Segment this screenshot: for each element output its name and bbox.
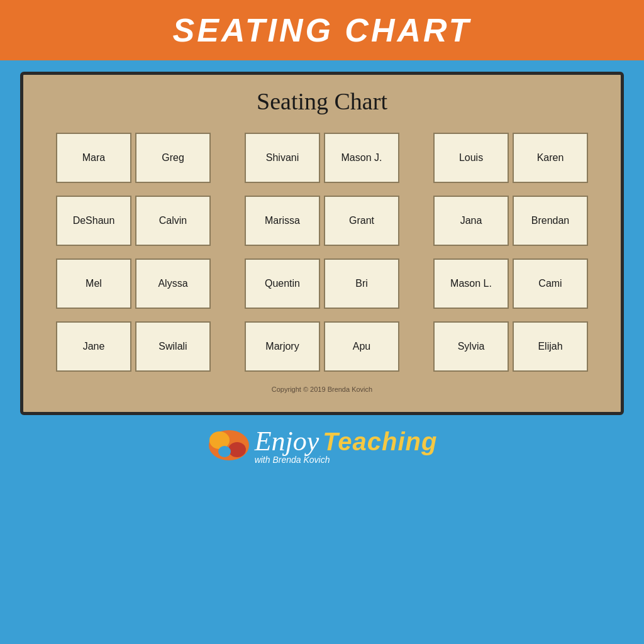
desk-r3-c1-left: Marjory xyxy=(245,321,320,372)
desk-r0-c1-left: Shivani xyxy=(245,133,320,183)
header-banner: SEATING CHART xyxy=(0,0,644,60)
logo-sub-text: with Brenda Kovich xyxy=(255,455,330,465)
main-area: Seating Chart MaraGregShivaniMason J.Lou… xyxy=(20,72,624,415)
desk-r3-c2-left: Sylvia xyxy=(433,321,509,372)
svg-point-3 xyxy=(218,446,231,457)
desk-group-r2-c1: QuentinBri xyxy=(237,258,407,309)
desk-group-r1-c0: DeShaunCalvin xyxy=(48,196,218,246)
desk-r0-c0-left: Mara xyxy=(56,133,131,183)
desk-r3-c0-right: Swilali xyxy=(135,321,211,372)
desk-r2-c2-right: Cami xyxy=(513,258,588,309)
header-title: SEATING CHART xyxy=(0,11,644,49)
desk-group-r3-c2: SylviaElijah xyxy=(426,321,596,372)
desk-group-r2-c2: Mason L.Cami xyxy=(426,258,596,309)
desk-group-r0-c0: MaraGreg xyxy=(48,133,218,183)
desk-group-r3-c1: MarjoryApu xyxy=(237,321,407,372)
logo-enjoy-text: Enjoy xyxy=(255,425,319,457)
logo-blob-icon xyxy=(207,428,251,462)
desk-r1-c1-right: Grant xyxy=(324,196,399,246)
desk-r3-c1-right: Apu xyxy=(324,321,399,372)
desk-r1-c0-left: DeShaun xyxy=(56,196,131,246)
logo-right: Enjoy Teaching with Brenda Kovich xyxy=(255,425,438,465)
desk-r3-c0-left: Jane xyxy=(56,321,131,372)
logo-teaching-text: Teaching xyxy=(323,428,437,456)
desk-r2-c2-left: Mason L. xyxy=(433,258,509,309)
desk-r0-c2-right: Karen xyxy=(513,133,588,183)
desk-group-r1-c1: MarissaGrant xyxy=(237,196,407,246)
desk-r1-c2-left: Jana xyxy=(433,196,509,246)
desk-r0-c1-right: Mason J. xyxy=(324,133,399,183)
desk-group-r1-c2: JanaBrendan xyxy=(426,196,596,246)
bottom-logo: Enjoy Teaching with Brenda Kovich xyxy=(207,425,438,465)
desk-r1-c2-right: Brendan xyxy=(513,196,588,246)
seating-grid: MaraGregShivaniMason J.LouisKarenDeShaun… xyxy=(42,133,602,372)
desk-group-r3-c0: JaneSwilali xyxy=(48,321,218,372)
desk-r2-c0-right: Alyssa xyxy=(135,258,211,309)
desk-group-r0-c2: LouisKaren xyxy=(426,133,596,183)
desk-r1-c1-left: Marissa xyxy=(245,196,320,246)
desk-r2-c1-right: Bri xyxy=(324,258,399,309)
desk-r2-c0-left: Mel xyxy=(56,258,131,309)
desk-group-r2-c0: MelAlyssa xyxy=(48,258,218,309)
desk-group-r0-c1: ShivaniMason J. xyxy=(237,133,407,183)
desk-r3-c2-right: Elijah xyxy=(513,321,588,372)
desk-r2-c1-left: Quentin xyxy=(245,258,320,309)
chart-subtitle: Seating Chart xyxy=(42,87,602,115)
desk-r0-c2-left: Louis xyxy=(433,133,509,183)
svg-point-2 xyxy=(228,442,246,457)
desk-r0-c0-right: Greg xyxy=(135,133,211,183)
logo-row: Enjoy Teaching xyxy=(255,425,438,457)
desk-r1-c0-right: Calvin xyxy=(135,196,211,246)
copyright-text: Copyright © 2019 Brenda Kovich xyxy=(42,386,602,393)
